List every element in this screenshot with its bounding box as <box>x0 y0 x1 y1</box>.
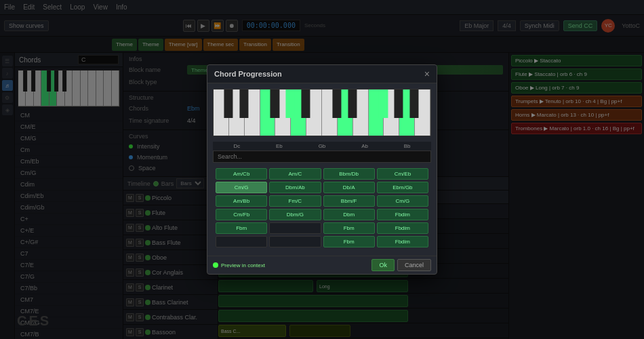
modal-grid-cell[interactable]: Db/A <box>323 182 375 193</box>
modal-piano-white-key-0[interactable] <box>214 89 229 136</box>
modal-grid-cell[interactable] <box>269 236 321 247</box>
modal-piano-white-key-10[interactable] <box>369 89 384 136</box>
modal-title: Chord Progression <box>214 70 282 78</box>
modal-piano[interactable] <box>213 89 431 136</box>
modal-actions: Ok Cancel <box>371 259 431 271</box>
modal-grid-cell[interactable]: Fbdim <box>377 236 428 247</box>
modal-ok-button[interactable]: Ok <box>371 259 395 271</box>
modal-piano-white-key-3[interactable] <box>260 89 276 136</box>
modal-grid-cell[interactable]: Am/C <box>269 168 321 180</box>
preview-toggle[interactable]: Preview in context <box>213 262 265 268</box>
modal-piano-black-key-8[interactable] <box>348 89 357 118</box>
modal-piano-black-key-12[interactable] <box>410 89 419 118</box>
modal-grid-cell[interactable]: Fbm <box>323 222 375 234</box>
note-gb: Gb <box>319 143 326 149</box>
modal-piano-black-key-5[interactable] <box>302 89 310 118</box>
note-ab: Ab <box>361 143 368 149</box>
modal-grid-cell[interactable]: Fbdim <box>377 209 428 220</box>
note-eb: Eb <box>276 143 283 149</box>
preview-dot <box>213 262 218 268</box>
preview-label: Preview in context <box>221 262 265 268</box>
note-bb: Bb <box>404 143 411 149</box>
modal-grid-cell[interactable]: Fbdim <box>377 222 428 234</box>
modal-footer: Preview in context Ok Cancel <box>207 256 437 274</box>
modal-piano-black-key-7[interactable] <box>332 89 341 118</box>
modal-grid-cell[interactable]: Cm/G <box>216 182 267 193</box>
modal-grid-cell[interactable] <box>216 236 267 247</box>
modal-close-button[interactable]: × <box>424 69 430 79</box>
modal-grid-cell[interactable]: Am/Cb <box>216 168 267 180</box>
modal-title-bar: Chord Progression × <box>207 65 437 83</box>
modal-grid-cell[interactable]: Dbm/G <box>269 209 321 220</box>
modal-grid-cell[interactable]: Ebm/Gb <box>377 182 428 193</box>
modal-grid-cell[interactable]: Fm/C <box>269 195 321 207</box>
modal-piano-keys <box>214 89 430 136</box>
modal-piano-black-key-10[interactable] <box>379 89 388 118</box>
modal-grid-cell[interactable] <box>269 222 321 234</box>
modal-piano-black-key-4[interactable] <box>286 89 295 118</box>
modal-overlay: Chord Progression × Dc Eb Gb Ab Bb Am/Cb… <box>0 0 644 339</box>
modal-grid-cell[interactable]: Dbm/Ab <box>269 182 321 193</box>
modal-grid-cell[interactable]: Cm/Fb <box>216 209 267 220</box>
modal-piano-black-key-0[interactable] <box>224 89 233 118</box>
modal-grid-cell[interactable]: Fbm <box>323 236 375 247</box>
modal-note-labels: Dc Eb Gb Ab Bb <box>213 142 431 151</box>
modal-grid-cell[interactable]: Bbm/Db <box>323 168 375 180</box>
note-dc: Dc <box>233 143 240 149</box>
modal-piano-black-key-11[interactable] <box>395 89 403 118</box>
modal-cancel-button[interactable]: Cancel <box>397 259 431 271</box>
modal-grid-cell[interactable]: Bbm/F <box>323 195 375 207</box>
modal-grid-cell[interactable]: Cm/Eb <box>377 168 428 180</box>
modal-body: Dc Eb Gb Ab Bb Am/CbAm/CBbm/DbCm/EbCm/GD… <box>207 83 437 256</box>
modal-piano-black-key-3[interactable] <box>270 89 279 118</box>
modal-search-input[interactable] <box>213 151 431 163</box>
modal-grid-cell[interactable]: Dbm <box>323 209 375 220</box>
modal-grid-cell[interactable]: Am/Bb <box>216 195 267 207</box>
chord-progression-modal: Chord Progression × Dc Eb Gb Ab Bb Am/Cb… <box>207 64 437 275</box>
modal-piano-white-key-7[interactable] <box>322 89 338 136</box>
modal-piano-black-key-1[interactable] <box>239 89 248 118</box>
modal-grid: Am/CbAm/CBbm/DbCm/EbCm/GDbm/AbDb/AEbm/Gb… <box>213 165 431 250</box>
modal-grid-cell[interactable]: Fbm <box>216 222 267 234</box>
modal-grid-cell[interactable]: Cm/G <box>377 195 428 207</box>
